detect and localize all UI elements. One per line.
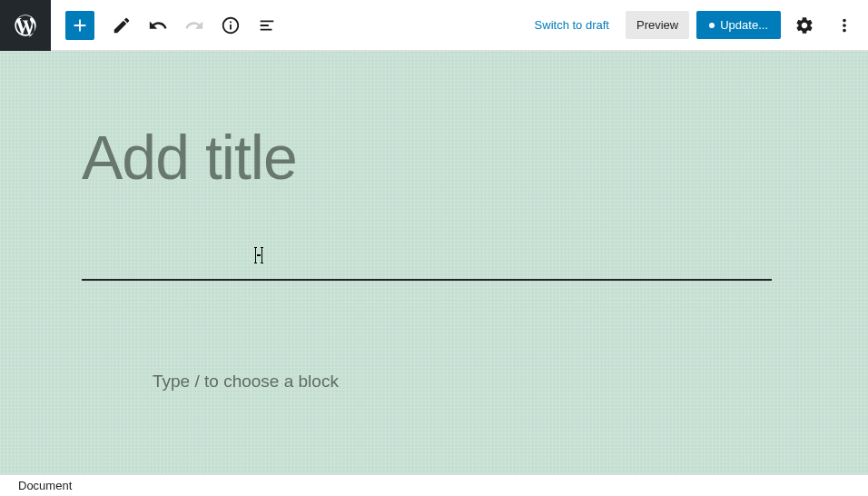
footer-breadcrumb-bar: Document	[0, 474, 868, 496]
editor-canvas[interactable]: Type / to choose a block	[0, 51, 868, 474]
wordpress-logo[interactable]	[0, 0, 51, 51]
empty-block-placeholder[interactable]: Type / to choose a block	[153, 372, 772, 392]
outline-button[interactable]	[251, 9, 283, 42]
preview-button[interactable]: Preview	[626, 11, 689, 39]
separator-block[interactable]	[82, 279, 772, 281]
pencil-icon	[112, 15, 132, 35]
settings-button[interactable]	[788, 9, 821, 42]
wordpress-icon	[13, 13, 38, 38]
breadcrumb-document[interactable]: Document	[18, 479, 72, 492]
switch-to-draft-link[interactable]: Switch to draft	[526, 13, 618, 37]
top-toolbar: Switch to draft Preview Update...	[0, 0, 868, 51]
toolbar-right-group: Switch to draft Preview Update...	[526, 9, 861, 42]
more-vertical-icon	[834, 15, 854, 35]
post-title-input[interactable]	[82, 124, 772, 192]
editor-content: Type / to choose a block	[0, 51, 853, 428]
undo-icon	[148, 15, 168, 35]
list-view-icon	[257, 15, 277, 35]
update-button[interactable]: Update...	[696, 11, 781, 39]
undo-button[interactable]	[142, 9, 174, 42]
update-button-label: Update...	[720, 18, 768, 32]
add-block-button[interactable]	[65, 11, 94, 40]
tools-button[interactable]	[105, 9, 138, 42]
toolbar-left-group	[51, 9, 283, 42]
info-icon	[221, 15, 241, 35]
options-button[interactable]	[828, 9, 861, 42]
unsaved-indicator-dot	[709, 23, 715, 28]
plus-icon	[70, 15, 90, 35]
gear-icon	[794, 15, 814, 35]
details-button[interactable]	[214, 9, 247, 42]
redo-button	[178, 9, 211, 42]
redo-icon	[184, 15, 204, 35]
